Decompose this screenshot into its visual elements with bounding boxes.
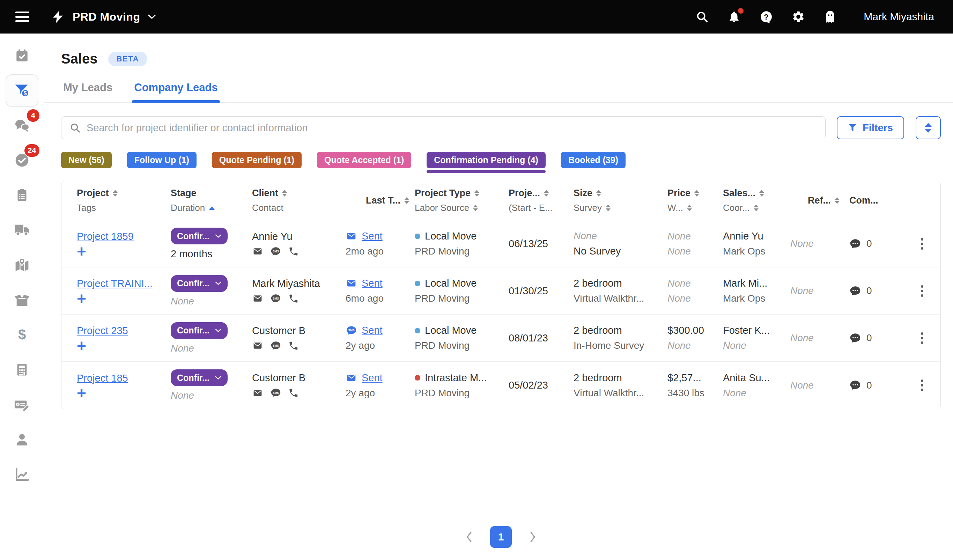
status-filter-quote-accepted[interactable]: Quote Accepted (1)	[317, 152, 411, 168]
last-touch-link[interactable]: Sent	[362, 372, 383, 384]
col-header-last-touch[interactable]: Last T...	[366, 195, 400, 206]
stage-dropdown[interactable]: Confir...	[171, 369, 228, 386]
filters-button[interactable]: Filters	[837, 116, 904, 139]
sort-icon[interactable]	[596, 190, 601, 197]
tab-my-leads[interactable]: My Leads	[61, 81, 115, 102]
next-page-button[interactable]	[529, 531, 538, 543]
sidebar-item-estimates[interactable]	[6, 354, 38, 386]
project-link[interactable]: Project TRAINI...	[77, 278, 166, 289]
sort-icon[interactable]	[754, 205, 759, 211]
sidebar-item-tasks[interactable]: 24	[6, 144, 38, 176]
col-header-size[interactable]: Size	[574, 188, 592, 199]
sort-icon[interactable]	[835, 197, 840, 204]
sort-icon[interactable]	[473, 205, 478, 211]
settings-gear-icon[interactable]	[792, 10, 805, 23]
project-link[interactable]: Project 235	[77, 325, 166, 337]
sort-icon[interactable]	[474, 190, 479, 197]
row-menu-button[interactable]	[917, 329, 927, 347]
email-icon[interactable]	[252, 389, 263, 398]
col-header-survey[interactable]: Survey	[574, 203, 602, 213]
comments-icon[interactable]	[849, 285, 861, 297]
sort-icon[interactable]	[687, 205, 692, 211]
col-header-client[interactable]: Client	[252, 188, 278, 199]
sidebar-item-messages[interactable]: 4	[6, 109, 38, 141]
email-icon[interactable]	[252, 247, 263, 256]
ghost-icon[interactable]	[824, 10, 837, 24]
sidebar-item-sales[interactable]: $	[6, 74, 38, 107]
sort-icon[interactable]	[544, 190, 549, 197]
sms-icon[interactable]	[270, 246, 281, 257]
col-header-referral[interactable]: Ref...	[808, 195, 831, 206]
phone-icon[interactable]	[288, 247, 298, 257]
col-header-salesperson[interactable]: Sales...	[723, 188, 756, 199]
col-header-coordinator[interactable]: Coor...	[723, 203, 750, 213]
sidebar-item-payments[interactable]: $	[6, 319, 38, 351]
status-filter-booked[interactable]: Booked (39)	[561, 152, 626, 168]
last-touch-link[interactable]: Sent	[362, 278, 383, 289]
tab-company-leads[interactable]: Company Leads	[132, 81, 220, 102]
project-link[interactable]: Project 1859	[77, 231, 166, 242]
status-filter-follow-up[interactable]: Follow Up (1)	[127, 152, 197, 168]
add-tag-button[interactable]: +	[77, 246, 86, 257]
phone-icon[interactable]	[288, 388, 298, 398]
search-input[interactable]	[61, 116, 826, 139]
sidebar-item-calendar[interactable]	[6, 39, 38, 71]
prev-page-button[interactable]	[464, 531, 473, 543]
comments-icon[interactable]	[849, 238, 861, 250]
col-header-price[interactable]: Price	[667, 188, 691, 199]
sidebar-item-projects[interactable]	[6, 179, 38, 211]
comments-icon[interactable]	[849, 332, 861, 344]
sort-icon[interactable]	[282, 190, 287, 197]
sidebar-item-dispatch[interactable]	[6, 214, 38, 246]
sort-icon[interactable]	[113, 190, 118, 197]
sidebar-item-reports[interactable]	[6, 458, 38, 490]
company-switcher[interactable]: PRD Moving	[51, 9, 156, 25]
sidebar-item-map[interactable]	[6, 249, 38, 281]
sidebar-item-customers[interactable]	[6, 423, 38, 456]
row-menu-button[interactable]	[917, 376, 927, 394]
sms-icon[interactable]	[270, 340, 281, 351]
table-row[interactable]: Project 235 + Confir... None Customer B	[61, 315, 941, 362]
stage-dropdown[interactable]: Confir...	[171, 228, 228, 244]
col-header-project-dates[interactable]: Proje...	[509, 188, 540, 199]
phone-icon[interactable]	[288, 341, 298, 351]
col-header-weight[interactable]: W...	[667, 203, 683, 213]
status-filter-quote-pending[interactable]: Quote Pending (1)	[212, 152, 302, 168]
col-header-project-type[interactable]: Project Type	[415, 188, 470, 199]
col-header-labor-source[interactable]: Labor Source	[415, 203, 469, 213]
last-touch-link[interactable]: Sent	[362, 325, 383, 336]
notifications-bell-icon[interactable]	[728, 10, 741, 23]
add-tag-button[interactable]: +	[77, 340, 86, 351]
sms-icon[interactable]	[270, 388, 281, 399]
add-tag-button[interactable]: +	[77, 293, 86, 304]
table-row[interactable]: Project 185 + Confir... None Customer B	[61, 362, 941, 409]
last-touch-link[interactable]: Sent	[362, 230, 383, 242]
project-link[interactable]: Project 185	[77, 372, 166, 384]
table-row[interactable]: Project TRAINI... + Confir... None Mark …	[61, 267, 941, 315]
row-menu-button[interactable]	[917, 282, 927, 300]
stage-dropdown[interactable]: Confir...	[171, 275, 228, 292]
row-menu-button[interactable]	[917, 234, 927, 253]
sort-icon[interactable]	[404, 197, 409, 204]
page-number-button[interactable]: 1	[490, 526, 512, 548]
help-icon[interactable]: ?	[760, 10, 773, 23]
email-icon[interactable]	[252, 294, 263, 303]
status-filter-confirmation-pending[interactable]: Confirmation Pending (4)	[427, 152, 546, 168]
search-icon[interactable]	[695, 10, 709, 23]
status-filter-new[interactable]: New (56)	[61, 152, 112, 168]
sidebar-item-storage[interactable]	[6, 284, 38, 316]
col-header-duration[interactable]: Duration	[171, 203, 205, 213]
email-icon[interactable]	[252, 341, 263, 350]
sort-icon[interactable]	[759, 190, 764, 197]
sort-icon[interactable]	[694, 190, 699, 197]
add-tag-button[interactable]: +	[77, 388, 86, 399]
phone-icon[interactable]	[288, 294, 298, 304]
menu-icon[interactable]	[16, 11, 29, 22]
user-name[interactable]: Mark Miyashita	[864, 11, 934, 23]
stage-dropdown[interactable]: Confir...	[171, 322, 228, 339]
comments-icon[interactable]	[849, 380, 861, 391]
sidebar-item-payroll[interactable]: $	[6, 389, 38, 421]
sms-icon[interactable]	[270, 293, 281, 304]
table-row[interactable]: Project 1859 + Confir... 2 months Annie …	[61, 220, 941, 267]
sort-order-button[interactable]	[916, 116, 941, 139]
